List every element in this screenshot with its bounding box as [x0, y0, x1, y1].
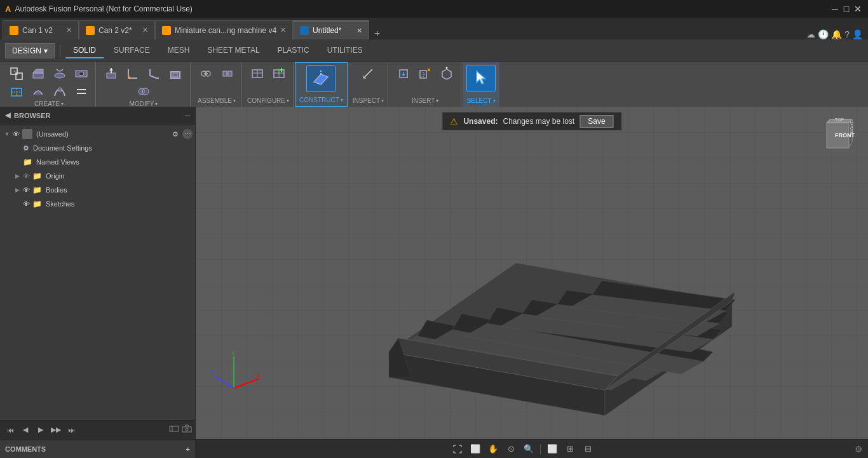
zoom-button[interactable]: 🔍: [521, 442, 536, 456]
as-built-joint-button[interactable]: [217, 65, 238, 83]
assemble-arrow-icon: ▾: [233, 98, 236, 104]
browser-item-bodies[interactable]: ▶ 👁 📁 Bodies: [0, 183, 195, 197]
mode-tab-solid[interactable]: SOLID: [65, 43, 104, 58]
more-display-button[interactable]: ⊟: [580, 442, 595, 456]
keyframe-icon[interactable]: [169, 424, 179, 436]
fit-screen-button[interactable]: [450, 442, 465, 456]
svg-point-21: [142, 88, 149, 95]
svg-line-58: [214, 375, 234, 388]
mode-tab-mesh[interactable]: MESH: [160, 43, 198, 58]
options-icon[interactable]: ⚙: [172, 130, 179, 138]
history-icon[interactable]: 🕐: [818, 29, 829, 39]
step-back-button[interactable]: ◀: [19, 424, 32, 436]
tab-untitled[interactable]: Untitled* ✕: [293, 20, 369, 39]
sweep-button[interactable]: [50, 83, 70, 100]
fillet-button[interactable]: [123, 65, 143, 83]
select-label: SELECT ▾: [467, 97, 496, 104]
eye-unsaved-icon[interactable]: 👁: [13, 130, 20, 138]
new-component-button[interactable]: [6, 65, 27, 83]
display-mode-button[interactable]: ⬜: [545, 442, 560, 456]
design-arrow-icon: ▾: [44, 46, 48, 55]
step-forward-button[interactable]: ▶▶: [50, 424, 62, 436]
insert-mesh-button[interactable]: [437, 65, 457, 83]
insert-derive-button[interactable]: [393, 65, 414, 83]
tab-close-untitled[interactable]: ✕: [356, 27, 362, 35]
construct-plane-button[interactable]: [306, 65, 336, 92]
expand-origin-icon[interactable]: ▶: [13, 173, 22, 179]
help-icon[interactable]: ?: [844, 29, 850, 39]
settings-button[interactable]: ⚙: [850, 444, 868, 454]
select-button[interactable]: [466, 65, 496, 91]
camera-icon[interactable]: [182, 424, 192, 436]
app-title: Autodesk Fusion Personal (Not for Commer…: [15, 4, 192, 13]
browser-item-document-settings[interactable]: ⚙ Document Settings: [0, 141, 195, 155]
press-pull-button[interactable]: [101, 65, 121, 83]
mode-tab-utilities[interactable]: UTILITIES: [320, 43, 370, 58]
account-icon[interactable]: 👤: [852, 29, 863, 39]
shell-button[interactable]: [166, 65, 186, 83]
title-left: A Autodesk Fusion Personal (Not for Comm…: [5, 4, 193, 14]
svg-point-8: [79, 72, 84, 76]
browser-item-named-views[interactable]: 📁 Named Views: [0, 155, 195, 169]
main-layout: ◀ BROWSER ─ ▼ 👁 (Unsaved) ⚙ ⋯ ⚙ Document…: [0, 107, 868, 439]
tab-close-can1[interactable]: ✕: [66, 26, 72, 34]
expand-unsaved-icon[interactable]: ▼: [3, 131, 11, 137]
combine-button[interactable]: [133, 83, 154, 100]
more-options-icon[interactable]: ⋯: [182, 129, 193, 139]
grid-button[interactable]: ⊞: [562, 442, 578, 456]
toolbar-group-assemble: ASSEMBLE ▾: [192, 62, 242, 107]
design-dropdown-button[interactable]: DESIGN ▾: [5, 43, 55, 58]
maximize-button[interactable]: □: [841, 4, 851, 14]
new-tab-button[interactable]: +: [369, 28, 385, 39]
more-create-button[interactable]: [71, 83, 92, 100]
eye-origin-icon[interactable]: 👁: [23, 172, 30, 180]
eye-sketches-icon[interactable]: 👁: [23, 200, 30, 208]
configure-add-button[interactable]: [269, 65, 289, 83]
browser-item-unsaved[interactable]: ▼ 👁 (Unsaved) ⚙ ⋯: [0, 127, 195, 141]
sketch-button[interactable]: [6, 83, 27, 100]
tab-can1[interactable]: Can 1 v2 ✕: [3, 20, 79, 39]
close-button[interactable]: ✕: [853, 4, 863, 14]
viewport[interactable]: X Y Z ⚠ Unsaved: Changes may be lost Sav…: [196, 107, 868, 439]
notifications-icon[interactable]: 🔔: [831, 29, 842, 39]
browser-back-icon[interactable]: ◀: [5, 111, 10, 119]
revolve-button[interactable]: [50, 65, 70, 83]
browser-item-origin[interactable]: ▶ 👁 📁 Origin: [0, 169, 195, 183]
loft-button[interactable]: [28, 83, 48, 100]
chamfer-button[interactable]: [144, 65, 165, 83]
mode-tab-sheetmetal[interactable]: SHEET METAL: [200, 43, 267, 58]
tab-close-machine[interactable]: ✕: [280, 26, 286, 34]
browser-collapse-icon[interactable]: ─: [185, 112, 190, 119]
orbit-free-button[interactable]: ⊙: [503, 442, 519, 456]
extrude-button[interactable]: [28, 65, 48, 83]
expand-bodies-icon[interactable]: ▶: [13, 187, 22, 193]
svg-rect-3: [33, 73, 43, 78]
pan-button[interactable]: ✋: [485, 442, 501, 456]
play-button[interactable]: ▶: [34, 424, 47, 436]
configure-table-button[interactable]: [247, 65, 268, 83]
viewcube[interactable]: FRONT RIGHT TOP: [817, 113, 862, 158]
browser-item-label-origin: Origin: [46, 172, 193, 180]
mode-tab-plastic[interactable]: PLASTIC: [270, 43, 317, 58]
tab-close-can2[interactable]: ✕: [142, 26, 148, 34]
svg-text:X: X: [257, 372, 259, 379]
browser-item-sketches[interactable]: 👁 📁 Sketches: [0, 197, 195, 211]
orbit-button[interactable]: ⬜: [468, 442, 483, 456]
eye-bodies-icon[interactable]: 👁: [23, 186, 30, 194]
tab-machine[interactable]: Miniature can...ng machine v4 ✕: [155, 20, 293, 39]
svg-text:TOP: TOP: [835, 118, 844, 122]
tab-can2[interactable]: Can 2 v2* ✕: [79, 20, 155, 39]
toolbar-group-create: CREATE ▾: [3, 62, 96, 107]
save-button[interactable]: Save: [580, 115, 613, 128]
hole-button[interactable]: [71, 65, 92, 83]
insert-svg-button[interactable]: [415, 65, 435, 83]
cloud-icon[interactable]: ☁: [806, 29, 815, 39]
add-comment-icon[interactable]: +: [186, 445, 190, 453]
mode-tab-surface[interactable]: SURFACE: [106, 43, 158, 58]
minimize-button[interactable]: ─: [830, 4, 840, 14]
measure-button[interactable]: [358, 65, 378, 83]
bodies-folder-icon: 📁: [32, 185, 42, 194]
joint-button[interactable]: [196, 65, 216, 83]
go-to-end-button[interactable]: ⏭: [65, 424, 78, 436]
go-to-start-button[interactable]: ⏮: [4, 424, 17, 436]
